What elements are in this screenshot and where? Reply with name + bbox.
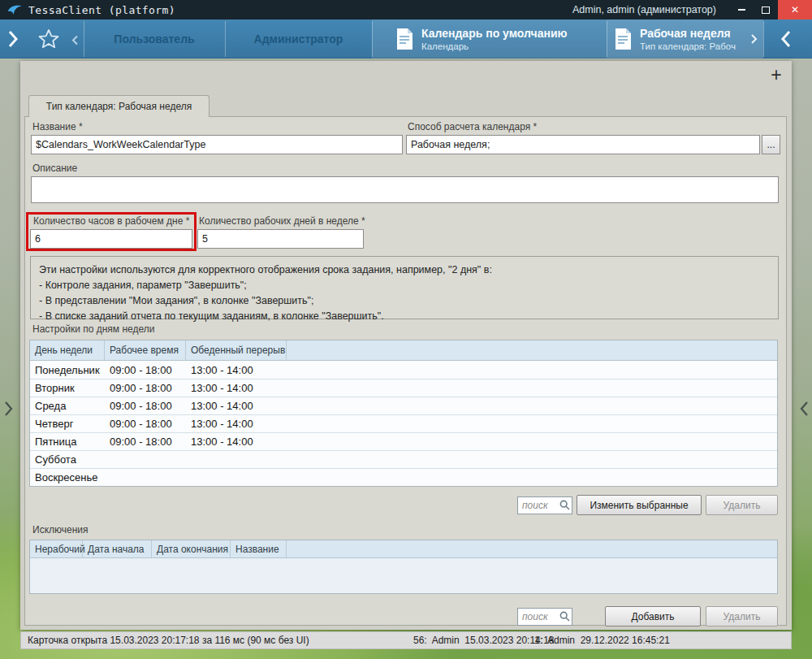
cell-day: Пятница [30,433,105,450]
calc-method-label: Способ расчета календаря * [408,121,537,132]
navbar: Пользователь Администратор Календарь по … [0,20,812,59]
add-tab-button[interactable]: + [763,63,789,87]
tab-work-week[interactable]: Рабочая неделя Тип календаря: Рабоч [607,20,763,59]
cell-day: Понедельник [30,361,105,379]
column-header-start-date[interactable]: Дата начала [83,540,152,557]
left-panel-expander[interactable] [0,398,16,419]
table-row-saturday[interactable]: Суббота [30,450,777,468]
column-header-end-date[interactable]: Дата окончания [152,540,231,557]
days-per-week-input[interactable] [197,229,364,249]
cell-day: Воскресенье [30,469,105,486]
search-icon [559,500,570,510]
search-icon [559,611,570,622]
table-row-friday[interactable]: Пятница 09:00 - 18:00 13:00 - 14:00 [30,432,777,450]
cell-lunch: 13:00 - 14:00 [186,397,287,414]
tab-default-calendar-subtitle: Календарь [421,41,568,52]
cell-lunch: 13:00 - 14:00 [186,415,287,432]
name-input[interactable] [31,135,403,154]
cell-lunch [186,451,287,468]
cell-work-time [105,469,186,486]
cell-work-time: 09:00 - 18:00 [105,397,186,414]
table-row-monday[interactable]: Понедельник 09:00 - 18:00 13:00 - 14:00 [30,361,777,379]
tab-default-calendar-title: Календарь по умолчанию [421,26,568,41]
days-per-week-label: Количество рабочих дней в неделе * [199,215,365,227]
status-modified: 56: Admin 15.03.2023 20:14:18 [413,632,554,648]
exceptions-delete-button[interactable]: Удалить [706,606,778,626]
right-panel-expander[interactable] [796,398,812,419]
description-input[interactable] [31,176,779,203]
hours-per-day-input[interactable] [30,229,192,249]
weekdays-delete-button[interactable]: Удалить [706,495,778,515]
cell-day: Вторник [30,379,105,397]
table-row-sunday[interactable]: Воскресенье [30,468,777,486]
column-header-work-time[interactable]: Рабочее время [105,340,186,360]
table-row-thursday[interactable]: Четверг 09:00 - 18:00 13:00 - 14:00 [30,414,777,432]
tab-administrator[interactable]: Администратор [225,20,372,59]
cell-work-time: 09:00 - 18:00 [105,415,186,432]
table-row-tuesday[interactable]: Вторник 09:00 - 18:00 13:00 - 14:00 [30,379,777,397]
cell-lunch [186,469,287,486]
card-panel: + Тип календаря: Рабочая неделя Название… [20,61,792,630]
minimize-button[interactable] [729,0,754,20]
calc-method-picker-button[interactable]: ... [762,135,780,154]
cell-work-time: 09:00 - 18:00 [105,433,186,450]
nav-expand-chevron-icon[interactable] [7,30,19,51]
status-card-opened: Карточка открыта 15.03.2023 20:17:18 за … [28,632,309,648]
exceptions-table-header: Нерабочий Дата начала Дата окончания Наз… [30,540,777,558]
description-label: Описание [32,163,77,174]
exceptions-empty-area [30,558,777,593]
column-header-name[interactable]: Название [231,540,287,557]
nav-collapse-chevron-icon[interactable] [780,30,792,51]
tab-user[interactable]: Пользователь [84,20,225,59]
tabs-scroll-left-icon[interactable] [71,34,79,49]
column-header-day[interactable]: День недели [30,340,105,360]
tab-work-week-title: Рабочая неделя [640,26,736,41]
cell-lunch: 13:00 - 14:00 [186,379,287,397]
add-exception-button[interactable]: Добавить [605,606,701,626]
card-tab[interactable]: Тип календаря: Рабочая неделя [28,95,209,117]
column-header-lunch[interactable]: Обеденный перерыв [186,340,287,360]
cell-day: Среда [30,397,105,414]
tab-default-calendar[interactable]: Календарь по умолчанию Календарь [372,20,607,59]
weekdays-search [517,496,572,514]
hours-per-day-label: Количество часов в рабочем дне * [33,215,189,227]
exceptions-search [517,608,572,626]
titlebar: TessaClient (platform) Admin, admin (адм… [0,0,812,20]
edit-selected-button[interactable]: Изменить выбранные [577,495,702,515]
tab-work-week-subtitle: Тип календаря: Рабоч [640,41,736,52]
cell-work-time: 09:00 - 18:00 [105,361,186,379]
document-icon [615,28,632,50]
tab-administrator-label: Администратор [254,33,343,46]
close-button[interactable]: ✕ [778,0,812,20]
info-line: - В списке заданий отчета по текущим зад… [39,309,770,324]
exceptions-section-label: Исключения [32,524,89,535]
tab-next-chevron-icon[interactable] [750,33,758,48]
info-line: - В представлении "Мои задания", в колон… [39,293,770,309]
tessa-logo-icon [7,4,22,15]
info-line: - Контроле задания, параметр "Завершить"… [39,278,770,293]
cell-day: Четверг [30,415,105,432]
column-header-filler [287,540,777,557]
tessa-client-window: TessaClient (platform) Admin, admin (адм… [0,0,812,659]
cell-lunch: 13:00 - 14:00 [186,361,287,379]
cell-work-time [105,451,186,468]
favorites-star-icon[interactable] [37,28,60,54]
maximize-button[interactable] [754,0,778,20]
name-label: Название * [32,121,83,132]
current-user-label: Admin, admin (администратор) [572,4,716,15]
document-icon [396,28,413,50]
statusbar: Карточка открыта 15.03.2023 20:17:18 за … [20,631,792,649]
weekdays-table: День недели Рабочее время Обеденный пере… [29,340,778,487]
column-header-nonworking[interactable]: Нерабочий [30,540,83,557]
cell-day: Суббота [30,451,105,468]
info-line: Эти настройки используются для корректно… [39,262,770,278]
weekdays-table-header: День недели Рабочее время Обеденный пере… [30,340,777,361]
status-created: 1: Admin 29.12.2022 16:45:21 [534,632,670,648]
column-header-filler [287,340,777,360]
tab-separator [763,21,764,57]
tab-user-label: Пользователь [114,33,194,46]
table-row-wednesday[interactable]: Среда 09:00 - 18:00 13:00 - 14:00 [30,397,777,414]
cell-work-time: 09:00 - 18:00 [105,379,186,397]
exceptions-table: Нерабочий Дата начала Дата окончания Наз… [29,540,778,594]
calc-method-input[interactable] [406,135,760,154]
